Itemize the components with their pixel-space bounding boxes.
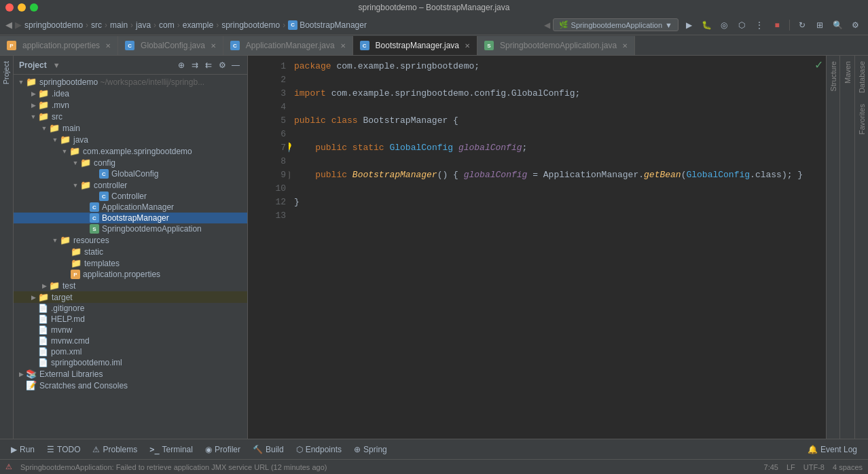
tab-close-icon[interactable]: ✕ [211,42,216,50]
bc-project[interactable]: springbootdemo [24,20,83,30]
tab-global-config[interactable]: C GlobalConfig.java ✕ [118,36,223,55]
tab-close-icon[interactable]: ✕ [105,42,111,50]
tree-item-controller-folder[interactable]: ▼ 📁 controller [14,179,247,191]
database-label[interactable]: Database [856,56,868,98]
tree-item-iml[interactable]: 📄 springbootdemo.iml [14,357,247,368]
terminal-btn[interactable]: >_ Terminal [144,443,198,456]
tab-close-icon[interactable]: ✕ [465,42,470,50]
status-charset[interactable]: UTF-8 [803,463,825,471]
bc-java[interactable]: java [136,20,151,30]
run-config-selector[interactable]: 🌿 SpringbootdemoApplication ▼ [553,18,679,31]
tree-item-java[interactable]: ▼ 📁 java [14,134,247,145]
run-icon: ▶ [11,445,17,454]
tree-item-springapp[interactable]: S SpringbootdemoApplication [14,223,247,234]
tree-item-root[interactable]: ▼ 📁 springbootdemo ~/workspace/intellij/… [14,76,247,88]
method-getbean: getBean [644,168,681,182]
tree-item-config[interactable]: ▼ 📁 config [14,157,247,168]
tree-item-appprops[interactable]: P application.properties [14,269,247,280]
tab-springbootdemo-application[interactable]: S SpringbootdemoApplication.java ✕ [477,36,635,55]
tree-item-appmanager[interactable]: C ApplicationManager [14,202,247,213]
tree-item-mvn[interactable]: ▶ 📁 .mvn [14,99,247,111]
build-btn[interactable]: 🔨 Build [247,443,289,456]
project-panel-label[interactable]: Project [0,56,13,90]
tree-item-src[interactable]: ▼ 📁 src [14,111,247,122]
code-editor[interactable]: 1 2 3 4 5 6 7 8 9 10 12 13 package com.e… [248,56,826,439]
tree-item-templates[interactable]: 📁 templates [14,257,247,269]
tab-application-properties[interactable]: P application.properties ✕ [0,36,118,55]
tree-item-gitignore[interactable]: 📄 .gitignore [14,303,247,314]
nav-back-icon[interactable]: ◀ [5,20,12,30]
folder-icon-src: 📁 [38,111,49,122]
debug-icon[interactable]: 🐛 [699,18,714,33]
locate-icon[interactable]: ⊕ [175,59,187,71]
bc-file[interactable]: C BootstrapManager [288,20,367,30]
tab-application-manager[interactable]: C ApplicationManager.java ✕ [223,36,353,55]
favorites-label[interactable]: Favorites [856,98,868,140]
tree-item-bootstrap[interactable]: C BootstrapManager [14,213,247,223]
code-lines[interactable]: package com.example.springbootdemo; impo… [289,56,826,439]
problems-icon: ⚠ [92,445,100,454]
structure-label[interactable]: Structure [827,56,839,97]
close-panel-icon[interactable]: — [230,59,242,71]
tree-item-test[interactable]: ▶ 📁 test [14,280,247,291]
run-with-coverage-icon[interactable]: ◎ [717,18,731,33]
minimize-button[interactable] [18,3,26,12]
traffic-lights[interactable] [5,3,38,12]
bc-main[interactable]: main [110,20,128,30]
tree-item-mvnw[interactable]: 📄 mvnw [14,325,247,335]
tab-close-icon[interactable]: ✕ [622,42,628,50]
close-button[interactable] [5,3,14,12]
run-bottom-btn[interactable]: ▶ Run [5,443,40,456]
field-globalconfig: globalConfig [458,141,522,155]
tree-label: templates [84,259,120,268]
expand-icon[interactable]: ⇇ [202,59,215,71]
run-icon[interactable]: ▶ [681,18,696,33]
more-run-icon[interactable]: ⋮ [752,18,767,33]
bc-springbootdemo[interactable]: springbootdemo [221,20,280,30]
status-indent[interactable]: 4 spaces [833,463,863,471]
tab-close-icon[interactable]: ✕ [340,42,346,50]
todo-btn[interactable]: ☰ TODO [41,443,86,456]
tree-item-mvnwcmd[interactable]: 📄 mvnw.cmd [14,335,247,346]
layout-icon[interactable]: ⊞ [812,18,827,33]
dropdown-icon[interactable]: ▼ [53,61,60,69]
tree-item-target[interactable]: ▶ 📁 target [14,291,247,303]
tree-label: application.properties [83,270,160,279]
keyword-public: public [294,114,326,128]
tree-item-com[interactable]: ▼ 📁 com.example.springbootdemo [14,145,247,157]
tree-label: main [62,124,80,133]
tree-item-globalconfig[interactable]: C GlobalConfig [14,168,247,179]
tree-item-extlibs[interactable]: ▶ 📚 External Libraries [14,368,247,380]
profiler-btn[interactable]: ◉ Profiler [200,443,246,456]
lightbulb-icon[interactable]: 💡 [289,141,293,155]
tree-item-helpmd[interactable]: 📄 HELP.md [14,314,247,325]
event-log-btn[interactable]: 🔔 Event Log [802,443,863,456]
settings-icon[interactable]: ⚙ [848,18,863,33]
collapse-icon[interactable]: ⇉ [189,59,201,71]
tree-item-main[interactable]: ▼ 📁 main [14,122,247,134]
stop-icon[interactable]: ■ [770,18,784,33]
search-icon[interactable]: 🔍 [830,18,845,33]
tab-bootstrap-manager[interactable]: C BootstrapManager.java ✕ [353,36,477,55]
status-lf[interactable]: LF [786,463,795,471]
tree-item-pomxml[interactable]: 📄 pom.xml [14,346,247,357]
tree-item-resources[interactable]: ▼ 📁 resources [14,234,247,246]
nav-forward-icon[interactable]: ▶ [15,20,22,30]
bc-example[interactable]: example [183,20,213,30]
bc-com[interactable]: com [159,20,175,30]
profiler-run-icon[interactable]: ⬡ [734,18,749,33]
update-icon[interactable]: ↻ [795,18,810,33]
run-config-dropdown-icon[interactable]: ▼ [665,21,672,29]
tree-item-idea[interactable]: ▶ 📁 .idea [14,88,247,99]
tree-item-controller[interactable]: C Controller [14,191,247,202]
spring-btn[interactable]: ⊕ Spring [348,443,393,456]
settings-tree-icon[interactable]: ⚙ [216,59,228,71]
maven-label[interactable]: Maven [844,56,852,89]
maximize-button[interactable] [30,3,38,12]
problems-btn[interactable]: ⚠ Problems [87,443,143,456]
tree-item-scratches[interactable]: 📝 Scratches and Consoles [14,380,247,391]
bc-src[interactable]: src [91,20,102,30]
endpoints-btn[interactable]: ⬡ Endpoints [291,443,347,456]
folder-icon-idea: 📁 [38,88,49,98]
tree-item-static[interactable]: 📁 static [14,246,247,257]
